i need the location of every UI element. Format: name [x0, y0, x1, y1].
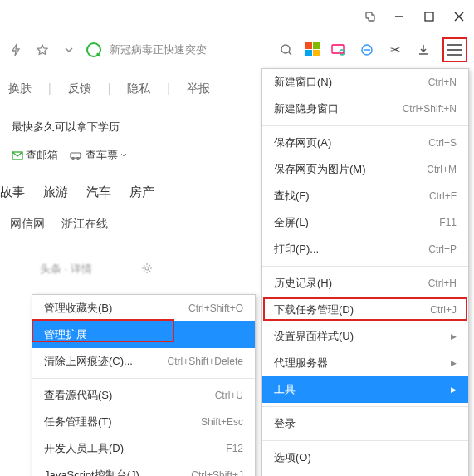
main-menu-item-label: 打印(P)... — [274, 242, 319, 257]
submenu-item-shortcut: Ctrl+Shift+J — [191, 469, 243, 476]
close-button[interactable] — [451, 8, 467, 25]
tab-auto[interactable]: 汽车 — [86, 184, 111, 200]
check-mail-link[interactable]: 查邮箱 — [12, 148, 58, 163]
main-menu-item-shortcut: Ctrl+Shift+N — [403, 103, 457, 115]
link-zhejiang[interactable]: 浙江在线 — [61, 217, 108, 232]
browser-logo-icon — [86, 42, 101, 57]
main-menu-button[interactable] — [442, 37, 467, 62]
svg-point-14 — [145, 267, 149, 270]
check-ticket-link[interactable]: 查车票 — [70, 148, 127, 163]
main-menu-item-7[interactable]: 打印(P)...Ctrl+P — [262, 236, 468, 263]
tab-story[interactable]: 故事 — [0, 184, 25, 200]
submenu-item-2[interactable]: 清除上网痕迹(C)...Ctrl+Shift+Delete — [32, 348, 255, 375]
section-label: 头条 · 详情 — [40, 262, 92, 277]
tab-house[interactable]: 房产 — [129, 184, 154, 200]
submenu-item-shortcut: F12 — [226, 443, 243, 454]
submenu-item-label: JavaScript控制台(J) — [44, 468, 139, 476]
main-menu-item-shortcut: F11 — [439, 217, 457, 228]
download-icon[interactable] — [414, 41, 432, 59]
main-menu-separator — [262, 266, 468, 267]
submenu-item-shortcut: Shift+Esc — [201, 416, 243, 428]
flash-icon[interactable] — [7, 41, 25, 59]
main-menu-item-5[interactable]: 查找(F)Ctrl+F — [262, 183, 468, 209]
main-menu: 新建窗口(N)Ctrl+N新建隐身窗口Ctrl+Shift+N保存网页(A)Ct… — [261, 68, 469, 476]
svg-rect-1 — [425, 12, 433, 21]
main-menu-separator — [262, 440, 468, 441]
main-menu-item-label: 代理服务器 — [274, 356, 328, 370]
submenu-item-label: 任务管理器(T) — [44, 415, 112, 429]
main-menu-item-18[interactable]: 帮助▶ — [262, 471, 468, 476]
main-menu-item-4[interactable]: 保存网页为图片(M)Ctrl+M — [262, 156, 468, 183]
link-wangxin[interactable]: 网信网 — [10, 217, 45, 232]
search-icon[interactable] — [277, 41, 296, 59]
chevron-right-icon: ▶ — [451, 359, 457, 367]
chevron-down-icon[interactable] — [60, 41, 78, 59]
main-menu-item-label: 保存网页为图片(M) — [274, 162, 366, 177]
link-report[interactable]: 举报 — [187, 81, 210, 96]
main-menu-item-12[interactable]: 代理服务器▶ — [262, 350, 468, 376]
main-menu-item-label: 查找(F) — [274, 189, 310, 204]
svg-line-5 — [289, 52, 291, 55]
main-menu-item-label: 保存网页(A) — [274, 135, 331, 150]
extension-icon[interactable] — [361, 8, 378, 25]
svg-point-13 — [77, 157, 80, 159]
tab-travel[interactable]: 旅游 — [43, 184, 68, 200]
main-menu-item-shortcut: Ctrl+P — [428, 243, 457, 255]
submenu-item-label: 开发人员工具(D) — [44, 441, 124, 456]
main-menu-item-6[interactable]: 全屏(L)F11 — [262, 209, 468, 236]
scissors-icon[interactable]: ✂ — [386, 41, 404, 59]
main-menu-item-1[interactable]: 新建隐身窗口Ctrl+Shift+N — [262, 96, 468, 122]
submenu-item-4[interactable]: 查看源代码(S)Ctrl+U — [32, 382, 255, 409]
submenu-item-label: 管理扩展 — [44, 327, 87, 342]
svg-rect-6 — [332, 45, 344, 53]
submenu-item-7[interactable]: JavaScript控制台(J)Ctrl+Shift+J — [32, 462, 255, 476]
microsoft-icon[interactable] — [305, 42, 320, 56]
main-menu-item-11[interactable]: 设置界面样式(U)▶ — [262, 323, 468, 350]
block-icon[interactable] — [358, 41, 376, 59]
main-menu-item-label: 登录 — [274, 416, 296, 431]
submenu-item-label: 查看源代码(S) — [44, 388, 112, 403]
submenu-item-6[interactable]: 开发人员工具(D)F12 — [32, 435, 255, 462]
main-menu-item-0[interactable]: 新建窗口(N)Ctrl+N — [262, 69, 468, 96]
window-titlebar — [0, 0, 474, 33]
chevron-right-icon: ▶ — [451, 332, 457, 341]
capture-icon[interactable] — [330, 41, 348, 59]
main-menu-item-shortcut: Ctrl+N — [428, 76, 457, 88]
main-menu-item-shortcut: Ctrl+F — [429, 190, 457, 202]
main-menu-separator — [262, 125, 468, 126]
main-menu-item-17[interactable]: 选项(O) — [262, 444, 468, 471]
svg-point-4 — [281, 45, 290, 53]
main-menu-item-label: 下载任务管理(D) — [274, 302, 354, 317]
main-menu-item-label: 历史记录(H) — [274, 276, 332, 291]
main-menu-item-shortcut: Ctrl+J — [430, 304, 457, 316]
submenu-item-1[interactable]: 管理扩展 — [32, 321, 255, 348]
link-privacy[interactable]: 隐私 — [127, 81, 150, 96]
main-menu-item-label: 工具 — [274, 382, 296, 397]
star-icon[interactable] — [33, 41, 51, 59]
main-menu-item-3[interactable]: 保存网页(A)Ctrl+S — [262, 130, 468, 156]
main-menu-item-9[interactable]: 历史记录(H)Ctrl+H — [262, 270, 468, 297]
main-menu-item-15[interactable]: 登录 — [262, 410, 468, 437]
submenu-item-0[interactable]: 管理收藏夹(B)Ctrl+Shift+O — [32, 295, 255, 321]
maximize-button[interactable] — [421, 8, 437, 25]
minimize-button[interactable] — [391, 8, 408, 25]
gear-icon[interactable] — [141, 263, 153, 277]
submenu-item-5[interactable]: 任务管理器(T)Shift+Esc — [32, 409, 255, 435]
chevron-right-icon: ▶ — [451, 385, 457, 394]
submenu-item-label: 管理收藏夹(B) — [44, 301, 112, 316]
main-menu-item-shortcut: Ctrl+M — [427, 164, 457, 175]
search-input[interactable]: 新冠病毒正快速突变 — [110, 42, 207, 57]
submenu-item-shortcut: Ctrl+Shift+O — [188, 302, 243, 314]
link-feedback[interactable]: 反馈 — [68, 81, 91, 96]
main-menu-item-10[interactable]: 下载任务管理(D)Ctrl+J — [262, 297, 468, 323]
main-menu-item-label: 新建隐身窗口 — [274, 101, 339, 116]
main-menu-item-13[interactable]: 工具▶ — [262, 376, 468, 403]
submenu-item-shortcut: Ctrl+Shift+Delete — [168, 356, 243, 367]
main-menu-item-label: 全屏(L) — [274, 215, 309, 230]
link-skin[interactable]: 换肤 — [8, 81, 32, 96]
main-menu-item-label: 设置界面样式(U) — [274, 329, 354, 344]
submenu-separator — [32, 378, 255, 379]
svg-point-12 — [72, 157, 75, 159]
main-menu-item-shortcut: Ctrl+S — [428, 137, 457, 149]
svg-rect-11 — [71, 153, 81, 158]
